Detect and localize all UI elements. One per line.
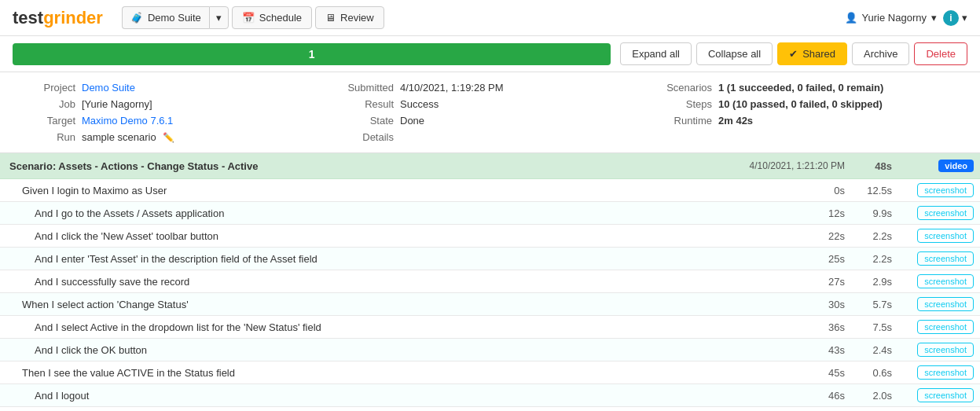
- job-value: [Yurie Nagorny]: [82, 98, 152, 110]
- project-label: Project: [13, 82, 75, 94]
- logo-test: test: [13, 8, 43, 28]
- step-badge-col: screenshot: [901, 339, 980, 361]
- screenshot-badge[interactable]: screenshot: [917, 388, 974, 402]
- runtime-label: Runtime: [649, 115, 712, 127]
- step-duration: 2.9s: [854, 270, 901, 293]
- result-value: Success: [400, 98, 439, 110]
- step-duration: 2.2s: [854, 225, 901, 248]
- header-right: 👤 Yurie Nagorny ▾ i ▾: [845, 10, 967, 26]
- steps-value: 10 (10 passed, 0 failed, 0 skipped): [718, 98, 883, 110]
- project-row: Project Demo Suite: [13, 82, 331, 94]
- runtime-value: 2m 42s: [718, 115, 753, 127]
- step-badge-col: screenshot: [901, 270, 980, 293]
- info-circle-icon: i: [943, 10, 959, 26]
- table-row: And I click the OK button43s2.4sscreensh…: [0, 339, 980, 361]
- schedule-nav-button[interactable]: 📅 Schedule: [232, 6, 312, 29]
- screenshot-badge[interactable]: screenshot: [917, 365, 974, 380]
- details-row: Details: [331, 131, 649, 143]
- step-text: And I click the 'New Asset' toolbar butt…: [0, 225, 740, 248]
- table-row: When I select action 'Change Status'30s5…: [0, 293, 980, 316]
- submitted-value: 4/10/2021, 1:19:28 PM: [400, 82, 504, 94]
- calendar-icon: 📅: [242, 12, 255, 24]
- target-row: Target Maximo Demo 7.6.1: [13, 115, 331, 127]
- scenario-title: Scenario: Assets - Actions - Change Stat…: [0, 153, 740, 179]
- scenarios-table: Scenario: Assets - Actions - Change Stat…: [0, 153, 980, 407]
- table-row: And I enter 'Test Asset' in the descript…: [0, 248, 980, 270]
- target-value[interactable]: Maximo Demo 7.6.1: [82, 115, 173, 127]
- scenario-duration: 48s: [854, 153, 901, 179]
- step-text: Then I see the value ACTIVE in the Statu…: [0, 361, 740, 384]
- info-chevron-icon: ▾: [962, 12, 967, 24]
- step-badge-col: screenshot: [901, 248, 980, 270]
- expand-all-button[interactable]: Expand all: [620, 42, 692, 65]
- job-row: Job [Yurie Nagorny]: [13, 98, 331, 110]
- suite-label[interactable]: 🧳 Demo Suite: [122, 6, 209, 29]
- project-value[interactable]: Demo Suite: [82, 82, 135, 94]
- screenshot-badge[interactable]: screenshot: [917, 206, 974, 220]
- scenarios-value: 1 (1 succeeded, 0 failed, 0 remain): [718, 82, 883, 94]
- table-row: And I go to the Assets / Assets applicat…: [0, 202, 980, 225]
- progress-action-bar: 1 Expand all Collapse all ✔ Shared Archi…: [0, 36, 980, 72]
- review-nav-button[interactable]: 🖥 Review: [315, 6, 384, 29]
- job-info-grid: Project Demo Suite Job [Yurie Nagorny] T…: [0, 72, 980, 153]
- step-text: Given I login to Maximo as User: [0, 179, 740, 202]
- video-badge[interactable]: video: [938, 160, 974, 172]
- step-text: And I logout: [0, 384, 740, 407]
- app-logo: testgrinder: [13, 8, 103, 28]
- user-chevron-icon: ▾: [931, 12, 937, 24]
- app-header: testgrinder 🧳 Demo Suite ▾ 📅 Schedule 🖥 …: [0, 0, 980, 36]
- action-buttons-group: Expand all Collapse all ✔ Shared Archive…: [620, 42, 967, 65]
- info-menu-button[interactable]: i ▾: [943, 10, 967, 26]
- step-badge-col: screenshot: [901, 179, 980, 202]
- step-duration: 9.9s: [854, 202, 901, 225]
- screenshot-badge[interactable]: screenshot: [917, 343, 974, 357]
- step-text: And I enter 'Test Asset' in the descript…: [0, 248, 740, 270]
- submitted-row: Submitted 4/10/2021, 1:19:28 PM: [331, 82, 649, 94]
- step-duration: 5.7s: [854, 293, 901, 316]
- step-badge-col: screenshot: [901, 225, 980, 248]
- submitted-label: Submitted: [331, 82, 394, 94]
- screenshot-badge[interactable]: screenshot: [917, 251, 974, 266]
- delete-button[interactable]: Delete: [914, 42, 967, 65]
- archive-button[interactable]: Archive: [852, 42, 909, 65]
- table-row: Then I see the value ACTIVE in the Statu…: [0, 361, 980, 384]
- step-text: And I go to the Assets / Assets applicat…: [0, 202, 740, 225]
- table-row: And I select Active in the dropdown list…: [0, 316, 980, 339]
- check-icon: ✔: [789, 48, 798, 60]
- step-time: 25s: [740, 248, 854, 270]
- screenshot-badge[interactable]: screenshot: [917, 183, 974, 197]
- screenshot-badge[interactable]: screenshot: [917, 229, 974, 243]
- step-time: 12s: [740, 202, 854, 225]
- step-duration: 7.5s: [854, 316, 901, 339]
- step-text: When I select action 'Change Status': [0, 293, 740, 316]
- scenario-header-row: Scenario: Assets - Actions - Change Stat…: [0, 153, 980, 179]
- step-duration: 2.0s: [854, 384, 901, 407]
- table-row: And I click the 'New Asset' toolbar butt…: [0, 225, 980, 248]
- suite-dropdown-arrow[interactable]: ▾: [209, 6, 229, 29]
- monitor-icon: 🖥: [325, 12, 336, 24]
- steps-label: Steps: [649, 98, 712, 110]
- scenario-date: 4/10/2021, 1:21:20 PM: [740, 153, 854, 179]
- suite-nav-button[interactable]: 🧳 Demo Suite ▾: [122, 6, 229, 29]
- edit-icon[interactable]: ✏️: [163, 132, 174, 143]
- step-time: 46s: [740, 384, 854, 407]
- scenario-video-badge[interactable]: video: [901, 153, 980, 179]
- screenshot-badge[interactable]: screenshot: [917, 274, 974, 288]
- result-label: Result: [331, 98, 394, 110]
- step-time: 0s: [740, 179, 854, 202]
- step-text: And I click the OK button: [0, 339, 740, 361]
- briefcase-icon: 🧳: [130, 12, 143, 24]
- user-menu-button[interactable]: 👤 Yurie Nagorny ▾: [845, 12, 937, 24]
- run-row: Run sample scenario ✏️: [13, 131, 331, 143]
- collapse-all-button[interactable]: Collapse all: [696, 42, 773, 65]
- steps-row: Steps 10 (10 passed, 0 failed, 0 skipped…: [649, 98, 967, 110]
- step-duration: 2.4s: [854, 339, 901, 361]
- shared-button[interactable]: ✔ Shared: [777, 42, 847, 65]
- step-duration: 2.2s: [854, 248, 901, 270]
- screenshot-badge[interactable]: screenshot: [917, 297, 974, 311]
- runtime-row: Runtime 2m 42s: [649, 115, 967, 127]
- step-badge-col: screenshot: [901, 202, 980, 225]
- main-nav: 🧳 Demo Suite ▾ 📅 Schedule 🖥 Review: [122, 6, 845, 29]
- step-text: And I select Active in the dropdown list…: [0, 316, 740, 339]
- screenshot-badge[interactable]: screenshot: [917, 320, 974, 334]
